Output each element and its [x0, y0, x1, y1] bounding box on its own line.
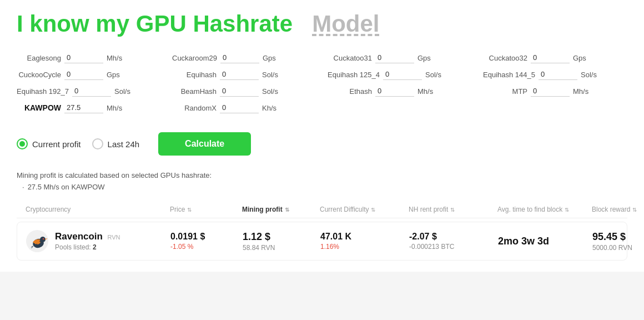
hashrate-unit: Mh/s — [573, 87, 588, 96]
radio-label-1: Current profit — [32, 139, 81, 149]
sort-icon: ⇅ — [187, 207, 192, 213]
hashrate-item-equihash_192_7: Equihash 192_7Sol/s — [17, 86, 161, 97]
hashrate-input[interactable] — [383, 69, 422, 80]
hashrate-label: MTP — [483, 87, 527, 96]
diff-change: 1.16% — [320, 243, 409, 251]
ravencoin-icon — [26, 230, 48, 252]
hashrate-unit: Mh/s — [107, 54, 122, 62]
coin-pools: Pools listed: 2 — [55, 243, 120, 251]
title-prefix: I know my GPU Hashrate — [17, 11, 293, 37]
table-header-cell: Cryptocurrency — [26, 206, 170, 213]
hashrate-unit: Sol/s — [262, 71, 278, 79]
hashrate-item-cuckatoo31: Cuckatoo31Gps — [328, 52, 472, 63]
page-title: I know my GPU Hashrate Model — [17, 11, 627, 37]
hashrate-label: Equihash 144_5 — [483, 71, 535, 79]
sort-icon: ⇅ — [450, 207, 455, 213]
hashrate-label: Eaglesong — [17, 54, 61, 62]
radio-circle-1 — [17, 138, 28, 149]
coin-ticker: RVN — [107, 234, 120, 241]
hashrate-label: BeamHash — [172, 87, 217, 96]
table-header-cell[interactable]: Block reward⇅ — [592, 206, 644, 213]
hashrate-unit: Mh/s — [107, 104, 122, 112]
hashrate-unit: Gps — [107, 71, 120, 79]
nh-cell: -2.07 $ -0.000213 BTC — [409, 232, 498, 251]
hashrate-input[interactable] — [220, 102, 259, 113]
table-header-cell[interactable]: NH rent profit⇅ — [409, 206, 497, 213]
header-label: Block reward — [592, 206, 630, 213]
hashrate-input[interactable] — [375, 86, 414, 97]
hashrate-label: Equihash 192_7 — [17, 87, 69, 96]
hashrate-label: Equihash 125_4 — [328, 71, 380, 79]
hashrate-label: Cuckatoo31 — [328, 54, 372, 62]
hashrate-label: RandomX — [172, 104, 217, 112]
table-header-cell[interactable]: Price⇅ — [170, 206, 242, 213]
coin-name-row: Ravencoin RVN — [55, 231, 120, 242]
radio-circle-2 — [92, 138, 103, 149]
hashrate-item-equihash: EquihashSol/s — [172, 69, 316, 80]
table-header-cell[interactable]: Avg. time to find block⇅ — [497, 206, 592, 213]
hashrate-unit: Gps — [417, 54, 431, 62]
hashrate-input[interactable] — [220, 86, 259, 97]
profit-cell: 1.12 $ 58.84 RVN — [243, 231, 320, 252]
header-label: Cryptocurrency — [26, 206, 71, 213]
price-change: -1.05 % — [170, 243, 243, 251]
sort-icon: ⇅ — [285, 207, 289, 213]
hashrate-grid: EaglesongMh/sCuckaroom29GpsCuckatoo31Gps… — [17, 52, 627, 113]
hashrate-unit: Sol/s — [581, 71, 597, 79]
table-header-cell[interactable]: Mining profit⇅ — [242, 206, 320, 213]
table-header: CryptocurrencyPrice⇅Mining profit⇅Curren… — [17, 201, 627, 218]
coin-cell: Ravencoin RVN Pools listed: 2 — [26, 230, 170, 252]
reward-cell: 95.45 $ 5000.00 RVN — [592, 231, 644, 252]
hashrate-input[interactable] — [64, 69, 103, 80]
hashrate-input[interactable] — [64, 52, 103, 63]
hashrate-input[interactable] — [531, 52, 570, 63]
hashrate-input[interactable] — [64, 102, 103, 113]
profit-main: 1.12 $ — [243, 231, 320, 243]
hashrate-unit: Gps — [263, 54, 276, 62]
hashrate-label: CuckooCycle — [17, 71, 61, 79]
radio-current-profit[interactable]: Current profit — [17, 138, 81, 149]
radio-dot-1 — [19, 141, 25, 147]
radio-last-24h[interactable]: Last 24h — [92, 138, 140, 149]
reward-main: 95.45 $ — [592, 231, 644, 243]
price-cell: 0.0191 $ -1.05 % — [170, 232, 243, 251]
hashrate-label: Equihash — [172, 71, 217, 79]
time-main: 2mo 3w 3d — [498, 236, 592, 247]
calculate-button[interactable]: Calculate — [158, 132, 251, 156]
hashrate-input[interactable] — [220, 52, 259, 63]
hashrate-input[interactable] — [531, 86, 570, 97]
hashrate-label: Cuckatoo32 — [483, 54, 527, 62]
controls-row: Current profit Last 24h Calculate — [17, 127, 627, 161]
header-label: Current Difficulty — [320, 206, 369, 213]
nh-main: -2.07 $ — [409, 232, 498, 242]
hashrate-unit: Mh/s — [417, 87, 433, 96]
table-header-cell[interactable]: Current Difficulty⇅ — [320, 206, 409, 213]
header-label: Avg. time to find block — [497, 206, 562, 213]
info-text: Mining profit is calculated based on sel… — [17, 171, 627, 179]
title-model: Model — [312, 11, 379, 37]
radio-group: Current profit Last 24h — [17, 138, 139, 149]
hashrate-unit: Sol/s — [114, 87, 130, 96]
hashrate-label: Cuckaroom29 — [172, 54, 217, 62]
hashrate-item-equihash_144_5: Equihash 144_5Sol/s — [483, 69, 627, 80]
hashrate-input[interactable] — [220, 69, 259, 80]
hashrate-item-mtp: MTPMh/s — [483, 86, 627, 97]
hashrate-item-kawpow: KAWPOWMh/s — [17, 102, 161, 113]
hashrate-summary: 27.5 Mh/s on KAWPOW — [17, 183, 627, 191]
hashrate-input[interactable] — [539, 69, 577, 80]
header-label: NH rent profit — [409, 206, 448, 213]
sort-icon: ⇅ — [371, 207, 375, 213]
hashrate-input[interactable] — [72, 86, 111, 97]
hashrate-item-equihash_125_4: Equihash 125_4Sol/s — [328, 69, 472, 80]
hashrate-input[interactable] — [375, 52, 414, 63]
hashrate-item-ethash: EthashMh/s — [328, 86, 472, 97]
difficulty-cell: 47.01 K 1.16% — [320, 232, 409, 251]
hashrate-item-beamhash: BeamHashSol/s — [172, 86, 316, 97]
svg-point-3 — [43, 238, 44, 239]
sort-icon: ⇅ — [565, 207, 569, 213]
coin-name: Ravencoin — [55, 231, 103, 242]
hashrate-item-empty — [483, 102, 627, 113]
svg-point-2 — [40, 237, 46, 242]
hashrate-item-cuckatoo32: Cuckatoo32Gps — [483, 52, 627, 63]
sort-icon: ⇅ — [632, 207, 637, 213]
